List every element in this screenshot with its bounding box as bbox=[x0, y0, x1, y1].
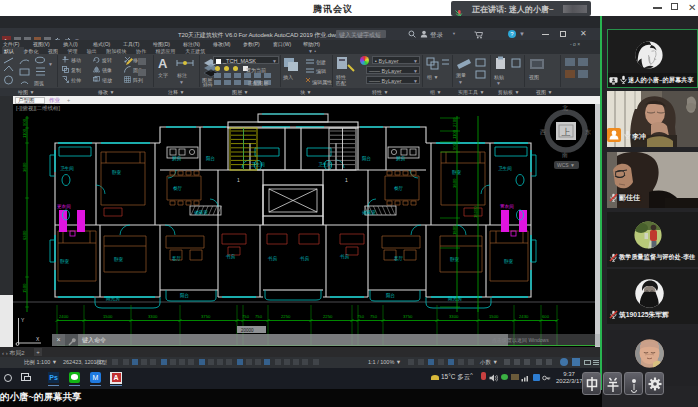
svg-text:卧室: 卧室 bbox=[60, 258, 70, 264]
svg-text:书房: 书房 bbox=[267, 256, 278, 261]
svg-text:3600: 3600 bbox=[22, 162, 27, 172]
svg-text:阳光房: 阳光房 bbox=[106, 296, 120, 302]
svg-text:北: 北 bbox=[562, 104, 568, 112]
svg-text:▼: ▼ bbox=[458, 79, 463, 85]
svg-text:3600: 3600 bbox=[452, 178, 457, 188]
svg-text:东: 东 bbox=[585, 128, 591, 135]
svg-text:3300: 3300 bbox=[148, 314, 158, 319]
svg-text:2400: 2400 bbox=[59, 314, 69, 319]
svg-text:圆弧: 圆弧 bbox=[34, 80, 44, 87]
svg-text:阳台: 阳台 bbox=[386, 293, 395, 299]
svg-text:750: 750 bbox=[255, 314, 263, 319]
svg-text:900: 900 bbox=[22, 118, 27, 126]
svg-text:卫生间: 卫生间 bbox=[60, 166, 74, 172]
svg-text:测量: 测量 bbox=[456, 72, 466, 79]
svg-text:阳台: 阳台 bbox=[180, 293, 189, 299]
svg-text:特性: 特性 bbox=[203, 82, 213, 87]
svg-text:16100: 16100 bbox=[473, 206, 478, 218]
svg-text:6300: 6300 bbox=[22, 230, 27, 240]
svg-text:WCS ▼: WCS ▼ bbox=[557, 162, 575, 168]
svg-text:客厅: 客厅 bbox=[172, 255, 182, 262]
svg-text:20000: 20000 bbox=[241, 328, 254, 333]
svg-text:更衣间: 更衣间 bbox=[57, 204, 71, 210]
svg-text:编辑: 编辑 bbox=[316, 68, 326, 74]
svg-text:南: 南 bbox=[562, 152, 568, 158]
svg-text:▼: ▼ bbox=[496, 80, 501, 86]
svg-text:置衣间: 置衣间 bbox=[500, 204, 514, 210]
svg-text:卧室: 卧室 bbox=[114, 256, 124, 262]
svg-text:卫生间: 卫生间 bbox=[498, 166, 512, 172]
svg-text:2700: 2700 bbox=[452, 117, 457, 127]
svg-text:插入: 插入 bbox=[283, 74, 293, 81]
svg-text:组 ▼: 组 ▼ bbox=[427, 74, 438, 80]
svg-text:创建: 创建 bbox=[316, 59, 326, 66]
svg-text:1: 1 bbox=[345, 177, 348, 183]
svg-text:书房: 书房 bbox=[339, 254, 350, 259]
svg-text:书房: 书房 bbox=[299, 256, 310, 261]
svg-text:2430: 2430 bbox=[519, 314, 529, 319]
svg-text:900: 900 bbox=[452, 142, 457, 150]
svg-text:2250: 2250 bbox=[323, 314, 333, 319]
svg-text:编辑属性 ▼: 编辑属性 ▼ bbox=[312, 79, 332, 85]
svg-text:卫生间: 卫生间 bbox=[251, 162, 265, 168]
svg-text:▼: ▼ bbox=[48, 61, 53, 67]
svg-text:3300: 3300 bbox=[449, 314, 459, 319]
svg-text:1: 1 bbox=[237, 177, 240, 183]
svg-text:匹配: 匹配 bbox=[336, 80, 346, 87]
svg-text:600: 600 bbox=[542, 314, 550, 319]
svg-text:3750: 3750 bbox=[403, 314, 413, 319]
svg-text:书房: 书房 bbox=[225, 254, 236, 259]
svg-text:餐厅: 餐厅 bbox=[173, 185, 183, 191]
svg-text:西: 西 bbox=[540, 129, 546, 136]
svg-text:1100: 1100 bbox=[452, 129, 457, 139]
svg-text:1500: 1500 bbox=[489, 314, 499, 319]
svg-text:阳台: 阳台 bbox=[362, 156, 371, 162]
svg-text:卧室: 卧室 bbox=[112, 169, 122, 175]
svg-text:上: 上 bbox=[562, 127, 571, 137]
svg-text:3750: 3750 bbox=[201, 314, 211, 319]
svg-text:阳台: 阳台 bbox=[206, 156, 215, 162]
svg-text:厨房: 厨房 bbox=[172, 156, 182, 161]
svg-text:客厅: 客厅 bbox=[394, 255, 404, 262]
svg-text:1500: 1500 bbox=[103, 314, 113, 319]
svg-text:X: X bbox=[36, 336, 40, 342]
svg-text:▼: ▼ bbox=[179, 79, 184, 85]
svg-text:750: 750 bbox=[370, 314, 378, 319]
svg-text:卧室: 卧室 bbox=[504, 258, 514, 264]
svg-text:2250: 2250 bbox=[281, 314, 291, 319]
svg-text:厨房: 厨房 bbox=[396, 156, 406, 161]
svg-text:1500: 1500 bbox=[22, 283, 27, 293]
svg-text:1800: 1800 bbox=[452, 225, 457, 235]
svg-text:标注: 标注 bbox=[176, 72, 187, 79]
svg-text:1100: 1100 bbox=[22, 128, 27, 138]
svg-text:卧室: 卧室 bbox=[450, 256, 460, 262]
svg-text:Y: Y bbox=[21, 317, 25, 323]
svg-text:阳光房: 阳光房 bbox=[448, 296, 462, 302]
svg-text:视图: 视图 bbox=[529, 74, 539, 81]
svg-text:餐厅: 餐厅 bbox=[394, 185, 404, 191]
